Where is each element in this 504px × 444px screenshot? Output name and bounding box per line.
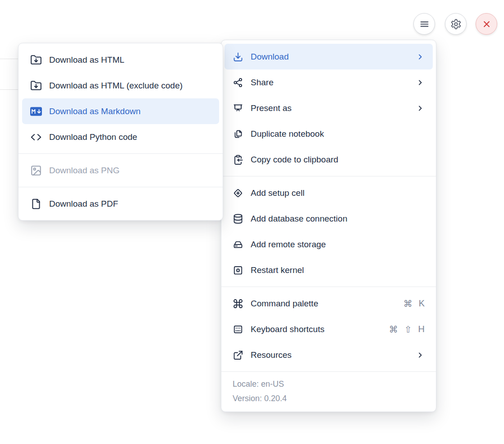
menu-item-label: Download — [251, 52, 408, 62]
menu-group: DownloadSharePresent asDuplicate noteboo… — [221, 40, 436, 176]
clipboard-copy-icon — [233, 154, 243, 165]
menu-item-label: Download Python code — [49, 132, 211, 142]
file-icon — [30, 198, 42, 210]
menu-item-download-as-pdf[interactable]: Download as PDF — [22, 191, 219, 217]
menu-item-add-database-connection[interactable]: Add database connection — [225, 206, 433, 231]
menu-group: Command palette⌘KKeyboard shortcuts⌘⇧HRe… — [221, 287, 436, 371]
menu-item-label: Restart kernel — [251, 265, 425, 275]
menu-item-present-as[interactable]: Present as — [225, 95, 433, 121]
code-icon — [30, 131, 42, 143]
menu-item-label: Add setup cell — [251, 188, 425, 198]
shortcut-key: H — [418, 324, 425, 334]
menu-item-label: Download as PDF — [49, 199, 211, 209]
menu-item-restart-kernel[interactable]: Restart kernel — [225, 257, 433, 283]
download-icon — [233, 51, 243, 62]
shutdown-button[interactable] — [476, 13, 497, 35]
menu-item-copy-code-to-clipboard[interactable]: Copy code to clipboard — [225, 147, 433, 172]
menu-item-share[interactable]: Share — [225, 69, 433, 95]
power-square-icon — [233, 265, 243, 276]
chevron-right-icon — [416, 104, 425, 113]
gear-icon — [450, 18, 462, 30]
menu-group: Download as HTMLDownload as HTML (exclud… — [18, 43, 223, 153]
menu-item-label: Download as HTML (exclude code) — [49, 81, 211, 91]
menu-group: Download as PDF — [18, 187, 223, 220]
close-icon — [481, 18, 492, 30]
diamond-plus-icon — [233, 188, 243, 199]
keyboard-icon — [233, 324, 243, 335]
folder-down-icon — [30, 80, 42, 92]
menu-item-download-as-html[interactable]: Download as HTML — [22, 47, 219, 73]
menu-item-label: Download as PNG — [49, 166, 211, 176]
background-cell-border-bottom — [0, 89, 18, 90]
version-text: Version: 0.20.4 — [233, 391, 428, 406]
menu-item-download-as-png: Download as PNG — [22, 157, 219, 183]
settings-button[interactable] — [445, 13, 467, 35]
shortcut-hint: ⌘⇧H — [389, 324, 425, 335]
menu-item-label: Keyboard shortcuts — [251, 324, 382, 334]
menu-item-command-palette[interactable]: Command palette⌘K — [225, 291, 433, 316]
menu-item-keyboard-shortcuts[interactable]: Keyboard shortcuts⌘⇧H — [225, 316, 433, 342]
database-icon — [233, 213, 243, 224]
markdown-download-icon — [30, 106, 42, 117]
presentation-icon — [233, 103, 243, 114]
menu-item-resources[interactable]: Resources — [225, 342, 433, 368]
image-icon — [30, 165, 42, 176]
share-icon — [233, 77, 243, 88]
menu-item-download-as-html-exclude-code[interactable]: Download as HTML (exclude code) — [22, 73, 219, 98]
chevron-right-icon — [416, 52, 425, 61]
duplicate-icon — [233, 129, 243, 139]
chevron-right-icon — [416, 78, 425, 87]
menu-footer: Locale: en-US Version: 0.20.4 — [221, 371, 436, 412]
menu-item-download[interactable]: Download — [225, 44, 433, 69]
menu-item-label: Duplicate notebook — [251, 129, 425, 139]
command-icon — [233, 298, 243, 309]
menu-group: Add setup cellAdd database connectionAdd… — [221, 176, 436, 287]
shortcut-key: K — [419, 298, 425, 309]
menu-item-add-setup-cell[interactable]: Add setup cell — [225, 180, 433, 206]
notebook-menu-button[interactable] — [413, 13, 435, 35]
download-submenu: Download as HTMLDownload as HTML (exclud… — [18, 43, 223, 221]
menu-item-label: Add database connection — [251, 214, 425, 224]
menu-item-duplicate-notebook[interactable]: Duplicate notebook — [225, 121, 433, 147]
menu-item-label: Add remote storage — [251, 240, 425, 250]
locale-text: Locale: en-US — [233, 377, 428, 391]
menu-item-label: Share — [251, 78, 408, 88]
shortcut-key: ⌘ — [389, 324, 398, 335]
menu-item-download-as-markdown[interactable]: Download as Markdown — [22, 98, 219, 124]
menu-item-label: Download as Markdown — [49, 106, 211, 116]
folder-down-icon — [30, 54, 42, 66]
shortcut-key: ⇧ — [404, 324, 412, 335]
menu-item-label: Resources — [251, 350, 408, 360]
menu-item-label: Download as HTML — [49, 55, 211, 65]
hamburger-icon — [419, 18, 430, 30]
menu-item-label: Copy code to clipboard — [251, 155, 425, 165]
menu-item-label: Command palette — [251, 299, 396, 309]
menu-item-add-remote-storage[interactable]: Add remote storage — [225, 231, 433, 257]
menu-item-download-python-code[interactable]: Download Python code — [22, 124, 219, 150]
shortcut-key: ⌘ — [403, 298, 412, 309]
chevron-right-icon — [416, 351, 425, 360]
external-link-icon — [233, 350, 243, 361]
background-cell-border-top — [0, 59, 18, 59]
shortcut-hint: ⌘K — [403, 298, 425, 309]
menu-item-label: Present as — [251, 103, 408, 113]
hard-drive-icon — [233, 239, 243, 250]
menu-group: Download as PNG — [18, 153, 223, 187]
notebook-menu: DownloadSharePresent asDuplicate noteboo… — [221, 40, 436, 412]
